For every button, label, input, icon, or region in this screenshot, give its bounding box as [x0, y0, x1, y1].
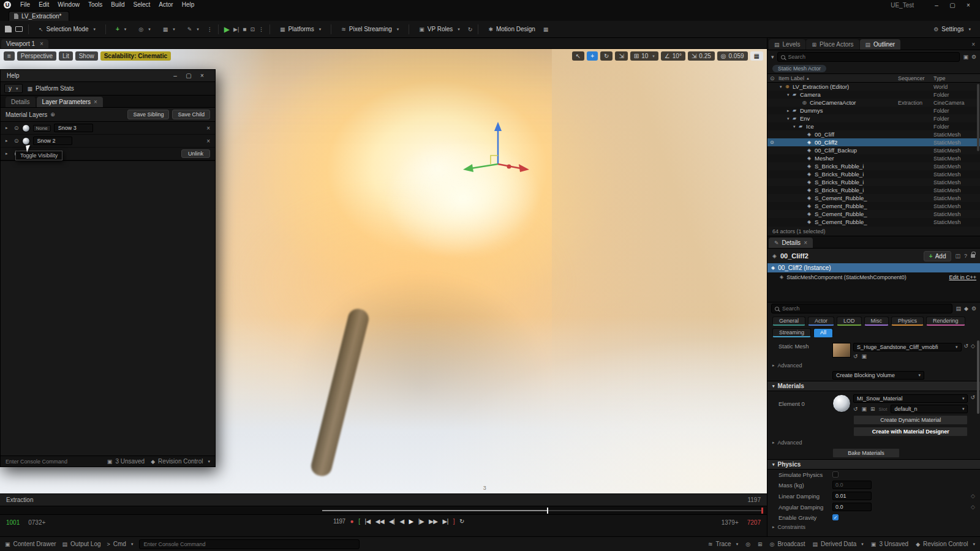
- category-chip[interactable]: General: [772, 317, 805, 326]
- transport-button[interactable]: ▶▶: [429, 518, 437, 525]
- content-drawer-button[interactable]: ▣ Content Drawer: [5, 541, 56, 547]
- outliner-row[interactable]: ▸ ▰ Dummys Folder: [767, 107, 980, 114]
- category-chip[interactable]: LOD: [837, 317, 862, 326]
- timeline-track[interactable]: [322, 510, 763, 511]
- status-console-input[interactable]: [143, 541, 355, 547]
- derived-data-dropdown[interactable]: ▤ Derived Data ▾: [812, 541, 863, 547]
- expand-arrow-icon[interactable]: ▸: [787, 108, 793, 113]
- favorites-icon[interactable]: ◆: [964, 305, 968, 312]
- transport-button[interactable]: ●: [350, 518, 354, 525]
- expand-arrow-icon[interactable]: ▸: [6, 126, 11, 130]
- remove-layer-icon[interactable]: ×: [206, 138, 210, 144]
- save-sibling-button[interactable]: Save Sibling: [127, 110, 169, 119]
- landscape-mode-dropdown[interactable]: ▦ ▾: [159, 24, 179, 34]
- browse-to-asset-icon[interactable]: ▣: [862, 353, 867, 359]
- sequencer-header[interactable]: Extraction 1197: [0, 494, 767, 506]
- platforms-dropdown[interactable]: ▦ Platforms ▾: [276, 24, 325, 34]
- remove-layer-icon[interactable]: ×: [206, 125, 210, 132]
- expand-arrow-icon[interactable]: ▸: [6, 138, 11, 143]
- platform-stats-tab[interactable]: ▦ Platform Stats: [28, 85, 74, 92]
- outliner-row[interactable]: ⊙ ◈ 00_Cliff2 StaticMesh: [767, 138, 980, 146]
- settings-dropdown[interactable]: ⚙ Settings ▾: [929, 24, 975, 34]
- stop-button[interactable]: ■: [243, 26, 246, 32]
- window-maximize-button[interactable]: ▢: [182, 72, 195, 79]
- category-dropdown[interactable]: y ▾: [4, 84, 23, 93]
- slot-dropdown[interactable]: default_n ▾: [891, 405, 968, 413]
- angular-damping-input[interactable]: [832, 503, 872, 511]
- transport-button[interactable]: ↻: [459, 518, 464, 525]
- outliner-settings-icon[interactable]: ⚙: [971, 54, 976, 60]
- menu-item[interactable]: File: [16, 0, 34, 10]
- outliner-row[interactable]: ◈ S_Cement_Rubble_ StaticMesh: [767, 218, 980, 226]
- category-chip[interactable]: Misc: [864, 317, 889, 326]
- transport-button[interactable]: ◀|: [389, 518, 394, 525]
- constraints-toggle[interactable]: ▸ Constraints: [767, 522, 980, 531]
- move-tool[interactable]: +: [587, 51, 598, 61]
- scale-tool[interactable]: ⇲: [615, 51, 627, 61]
- transport-button[interactable]: ]: [453, 518, 454, 525]
- close-icon[interactable]: ×: [94, 99, 97, 105]
- tab-place-actors[interactable]: ⊞ Place Actors: [806, 39, 859, 50]
- add-actor-dropdown[interactable]: + ▾: [111, 24, 130, 34]
- viewport-layouts-button[interactable]: ▦: [750, 51, 763, 61]
- details-settings-icon[interactable]: ⚙: [971, 305, 976, 312]
- row-visibility-icon[interactable]: ⊙: [770, 140, 778, 145]
- status-console-box[interactable]: [139, 539, 360, 549]
- transport-button[interactable]: |◀: [364, 518, 370, 525]
- pixel-streaming-dropdown[interactable]: ≋ Pixel Streaming ▾: [337, 24, 403, 34]
- outliner-search-input[interactable]: [788, 54, 957, 60]
- physics-section-header[interactable]: ▾ Physics: [767, 459, 980, 470]
- view-mode-dropdown[interactable]: Lit: [59, 51, 73, 61]
- window-minimize-button[interactable]: –: [168, 72, 182, 79]
- layer-name-field[interactable]: Snow 2: [33, 137, 72, 145]
- transport-button[interactable]: ▶: [409, 518, 413, 525]
- transport-button[interactable]: [: [358, 518, 360, 525]
- tab-viewport-1[interactable]: Viewport 1 ×: [1, 39, 48, 48]
- record-icon[interactable]: ◎: [745, 541, 750, 547]
- use-selected-icon[interactable]: ↺: [853, 406, 858, 412]
- tab-layer-parameters[interactable]: Layer Parameters ×: [37, 97, 103, 107]
- help-window-titlebar[interactable]: Help – ▢ ×: [1, 70, 215, 82]
- expand-arrow-icon[interactable]: ▸: [6, 151, 11, 156]
- outliner-row[interactable]: ▾ ▰ Env Folder: [767, 114, 980, 122]
- editor-modes-dropdown[interactable]: ✎ ▾: [183, 24, 203, 34]
- bake-materials-button[interactable]: Bake Materials: [832, 448, 900, 458]
- blend-asset-dropdown[interactable]: None: [33, 125, 51, 132]
- outliner-row[interactable]: ◈ Mesher StaticMesh: [767, 154, 980, 162]
- static-mesh-advanced-toggle[interactable]: ▸ Advanced: [767, 361, 980, 370]
- outliner-row[interactable]: ◈ S_Cement_Rubble_ StaticMesh: [767, 202, 980, 210]
- instance-row[interactable]: ◈ 00_Cliff2 (Instance): [767, 263, 980, 272]
- save-icon[interactable]: [5, 26, 12, 32]
- visibility-eye-icon[interactable]: ⊙: [14, 125, 19, 131]
- add-layer-icon[interactable]: ⊕: [50, 111, 55, 118]
- perspective-dropdown[interactable]: Perspective: [17, 51, 56, 61]
- category-chip[interactable]: Actor: [808, 317, 834, 326]
- output-log-button[interactable]: ▤ Output Log: [62, 541, 101, 547]
- use-selected-icon[interactable]: ↺: [853, 353, 858, 359]
- menu-item[interactable]: Actor: [154, 0, 177, 10]
- outliner-row[interactable]: ▾ ⊕ LV_Extraction (Editor) World: [767, 83, 980, 91]
- camera-speed-control[interactable]: ◎ 0.059: [717, 51, 748, 61]
- visibility-eye-icon[interactable]: ⊙: [14, 138, 19, 144]
- trace-dropdown[interactable]: ≋ Trace ▾: [708, 541, 738, 547]
- outliner-row[interactable]: ◈ 00_Cliff StaticMesh: [767, 130, 980, 138]
- outliner-row[interactable]: ◈ 00_Cliff_Backup StaticMesh: [767, 146, 980, 154]
- layer-thumbnail[interactable]: [22, 124, 30, 132]
- close-icon[interactable]: ×: [971, 41, 979, 50]
- kebab-menu-icon[interactable]: ⋮: [207, 26, 213, 32]
- ue-logo-icon[interactable]: U: [4, 1, 11, 9]
- cmd-dropdown[interactable]: > Cmd ▾: [107, 541, 134, 547]
- display-filter-icon[interactable]: ▤: [956, 305, 961, 312]
- outliner-search-box[interactable]: [777, 52, 960, 62]
- material-options-icon[interactable]: ⊞: [870, 406, 875, 412]
- enable-gravity-checkbox[interactable]: ✓: [832, 514, 839, 520]
- transport-button[interactable]: |▶: [418, 518, 424, 525]
- layer-thumbnail[interactable]: [22, 137, 30, 145]
- window-maximize-button[interactable]: ▢: [944, 2, 960, 9]
- reset-icon[interactable]: ↺: [970, 394, 975, 400]
- category-chip[interactable]: Streaming: [772, 328, 811, 337]
- outliner-row[interactable]: ◈ S_Cement_Rubble_ StaticMesh: [767, 194, 980, 202]
- rotate-tool[interactable]: ↻: [600, 51, 612, 61]
- transport-button[interactable]: 1197: [333, 518, 345, 525]
- filter-chip-static-mesh-actor[interactable]: Static Mesh Actor: [772, 65, 826, 72]
